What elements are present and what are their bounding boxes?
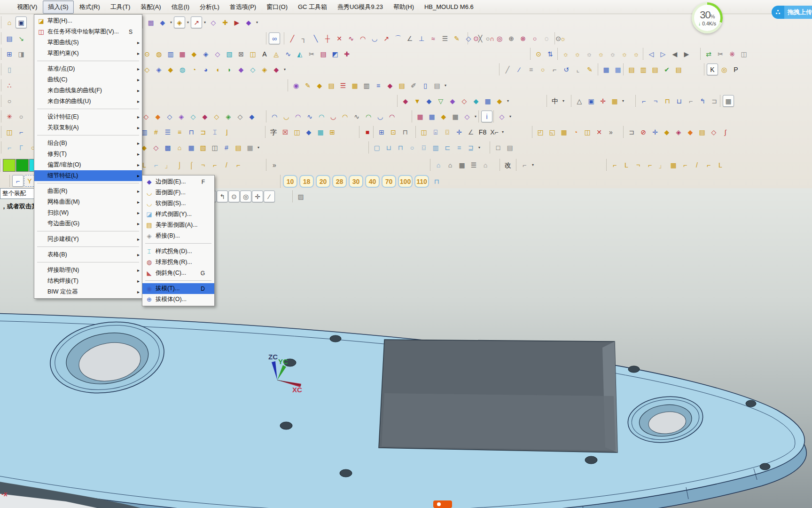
toolbar-icon[interactable]: ▦ bbox=[244, 142, 256, 153]
toolbar-icon[interactable]: ⊓ bbox=[399, 126, 411, 138]
toolbar-icon[interactable]: ↺ bbox=[561, 64, 572, 75]
toolbar-icon[interactable]: ◀ bbox=[669, 48, 680, 60]
toolbar-icon[interactable]: ◫ bbox=[738, 48, 750, 60]
toolbar-icon[interactable]: ≡ bbox=[174, 126, 185, 138]
toolbar-icon[interactable]: ∞ bbox=[269, 32, 280, 44]
toolbar-icon[interactable]: ◇ bbox=[459, 95, 470, 107]
submenu-item[interactable]: ◡面倒圆(F)... bbox=[142, 187, 214, 198]
toolbar-icon[interactable]: ∴ bbox=[4, 79, 15, 91]
toolbar-icon[interactable]: 中 bbox=[549, 95, 561, 107]
toolbar-icon[interactable]: ⌒ bbox=[392, 32, 404, 44]
menubar-item-static[interactable]: 装配(A) bbox=[136, 1, 165, 13]
toolbar-icon[interactable]: ✕ bbox=[334, 32, 345, 44]
toolbar-icon[interactable]: ⊐ bbox=[197, 126, 209, 138]
toolbar-icon[interactable]: ┐ bbox=[298, 32, 310, 44]
toolbar-icon[interactable]: ◩ bbox=[329, 48, 341, 60]
menubar-item-static[interactable]: 燕秀UG模具9.23 bbox=[333, 1, 388, 13]
menubar-item-static[interactable]: 窗口(O) bbox=[262, 1, 292, 13]
menu-item[interactable]: 来自曲线集的曲线(F)▸ bbox=[34, 85, 142, 96]
toolbar-icon[interactable]: ■ bbox=[362, 126, 373, 138]
toolbar-icon[interactable]: ◇ bbox=[234, 111, 246, 122]
toolbar-icon[interactable]: ◖ bbox=[212, 64, 223, 75]
toolbar-icon[interactable]: K bbox=[707, 64, 718, 75]
toolbar-icon[interactable]: ◇ bbox=[150, 142, 162, 153]
toolbar-icon[interactable]: ▤ bbox=[649, 64, 661, 75]
toolbar-icon[interactable]: ◬ bbox=[271, 48, 282, 60]
toolbar-icon[interactable]: ▼ bbox=[412, 95, 423, 107]
toolbar-icon[interactable]: ▥ bbox=[361, 79, 372, 91]
toolbar-icon[interactable]: ╱ bbox=[287, 32, 298, 44]
toolbar-icon[interactable]: ◇ bbox=[141, 64, 153, 75]
toolbar-icon[interactable]: ▤ bbox=[673, 64, 684, 75]
submenu-item[interactable]: ◆边倒圆(E)...F bbox=[142, 176, 214, 187]
toolbar-icon[interactable]: ○ bbox=[4, 95, 15, 107]
toolbar-icon[interactable]: ▦ bbox=[414, 111, 426, 122]
toolbar-icon[interactable]: ◆ bbox=[384, 79, 396, 91]
toolbar-icon[interactable]: ◆ bbox=[438, 111, 449, 122]
toolbar-icon[interactable]: ◆ bbox=[152, 111, 164, 122]
menu-item[interactable]: 同步建模(Y)▸ bbox=[34, 234, 142, 245]
toolbar-icon[interactable]: ◇ bbox=[247, 64, 258, 75]
toolbar-icon[interactable]: ⌐ bbox=[4, 142, 15, 153]
toolbar-icon[interactable]: P bbox=[730, 64, 742, 75]
toolbar-icon[interactable]: ↘ bbox=[16, 32, 27, 44]
toolbar-icon[interactable]: ∕ bbox=[514, 64, 525, 75]
toolbar-icon[interactable]: » bbox=[269, 159, 280, 171]
toolbar-icon[interactable]: ○ bbox=[406, 142, 418, 153]
toolbar-icon[interactable]: ⊥ bbox=[416, 32, 427, 44]
toolbar-icon[interactable]: L bbox=[621, 159, 632, 171]
toolbar-icon[interactable]: ╱ bbox=[502, 64, 513, 75]
toolbar-icon[interactable]: ◆ bbox=[314, 79, 325, 91]
toolbar-icon[interactable]: ▤ bbox=[326, 79, 337, 91]
toolbar-icon[interactable]: ⊐ bbox=[626, 126, 637, 138]
dropdown-caret-icon[interactable]: ▾ bbox=[255, 20, 259, 24]
toolbar-icon[interactable]: ▦ bbox=[668, 159, 679, 171]
toolbar-icon[interactable]: # bbox=[150, 126, 162, 138]
toolbar-icon[interactable]: ✛ bbox=[453, 126, 465, 138]
toolbar-icon[interactable]: ⌐ bbox=[16, 126, 27, 138]
toolbar-icon[interactable]: / bbox=[221, 159, 232, 171]
menubar-item-static[interactable]: 首选项(P) bbox=[225, 1, 261, 13]
toolbar-icon[interactable]: ◈ bbox=[200, 48, 211, 60]
toolbar-icon[interactable]: ▣ bbox=[16, 16, 27, 28]
toolbar-icon[interactable]: ⌂ bbox=[4, 16, 15, 28]
toolbar-icon[interactable]: ⌡ bbox=[174, 159, 185, 171]
toolbar-icon[interactable]: ▶ bbox=[231, 16, 242, 28]
toolbar-icon[interactable]: A bbox=[259, 48, 270, 60]
toolbar-icon[interactable]: ◫ bbox=[291, 126, 303, 138]
menubar-item-static[interactable]: HB_MOULD M6.6 bbox=[420, 1, 478, 12]
toolbar-icon[interactable]: ⌼ bbox=[442, 126, 453, 138]
toolbar-icon[interactable]: ▤ bbox=[233, 142, 244, 153]
menu-item[interactable]: 扫掠(W)▸ bbox=[34, 207, 142, 218]
toolbar-icon[interactable]: ※ bbox=[726, 48, 738, 60]
dropdown-caret-icon[interactable]: ▾ bbox=[621, 99, 625, 103]
menu-item[interactable]: 弯边曲面(G)▸ bbox=[34, 218, 142, 229]
toolbar-icon[interactable]: ⌐ bbox=[233, 159, 244, 171]
toolbar-icon[interactable]: ▦ bbox=[315, 126, 326, 138]
toolbar-icon[interactable]: ⇅ bbox=[545, 48, 556, 60]
toolbar-icon[interactable]: ◫ bbox=[418, 126, 429, 138]
toolbar-icon[interactable]: ◇ bbox=[187, 111, 199, 122]
toolbar-icon[interactable]: ▽ bbox=[435, 95, 446, 107]
menubar-item-static[interactable]: 信息(I) bbox=[167, 1, 194, 13]
toolbar-icon[interactable]: ◆ bbox=[199, 111, 211, 122]
toolbar-icon[interactable]: 」 bbox=[656, 159, 667, 171]
toolbar-icon[interactable]: ◨ bbox=[16, 48, 27, 60]
download-progress-badge[interactable]: 30% ↓ 0.4K/s bbox=[692, 2, 723, 33]
toolbar-icon[interactable]: ▦ bbox=[558, 126, 570, 138]
preset-value-button[interactable]: 18 bbox=[299, 175, 314, 188]
toolbar-icon[interactable]: ⌐ bbox=[644, 159, 656, 171]
toolbar-icon[interactable]: ◆ bbox=[271, 64, 282, 75]
menu-item[interactable]: 网格曲面(M)▸ bbox=[34, 197, 142, 207]
menubar-item-active[interactable]: 插入(S) bbox=[43, 0, 73, 14]
menu-item[interactable]: 焊接助理(N)▸ bbox=[34, 265, 142, 276]
toolbar-icon[interactable]: ⊗ bbox=[517, 32, 529, 44]
toolbar-icon[interactable]: ▢ bbox=[371, 142, 383, 153]
menu-item[interactable]: 表格(B)▸ bbox=[34, 249, 142, 260]
toolbar-icon[interactable]: ╲ bbox=[310, 32, 321, 44]
toolbar-icon[interactable]: ⌐ bbox=[638, 95, 649, 107]
submenu-item[interactable]: ◣倒斜角(C)...G bbox=[142, 268, 214, 278]
toolbar-icon[interactable]: ⊞ bbox=[4, 48, 15, 60]
toolbar-icon[interactable]: ◉ bbox=[290, 79, 302, 91]
dropdown-caret-icon[interactable]: ▾ bbox=[477, 145, 482, 150]
